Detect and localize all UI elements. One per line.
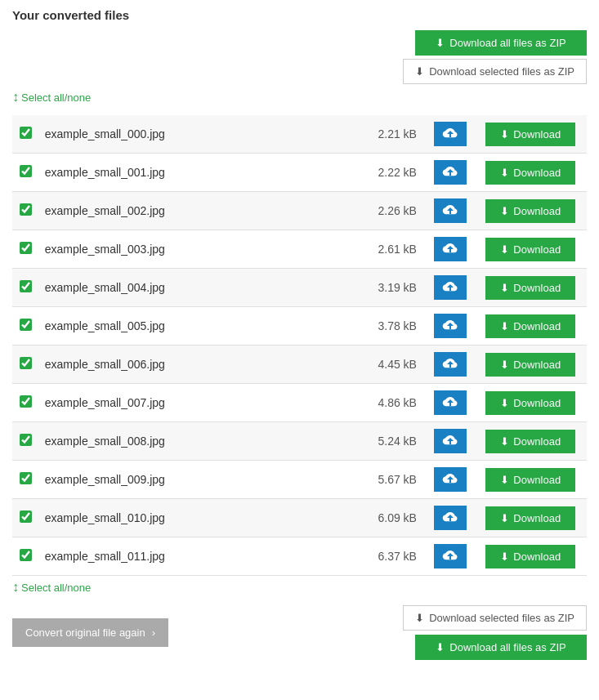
download-button[interactable]: ⬇Download bbox=[485, 161, 575, 185]
file-checkbox[interactable] bbox=[20, 319, 32, 331]
table-row: example_small_008.jpg5.24 kB ⬇Download bbox=[12, 422, 587, 461]
upload-button[interactable] bbox=[434, 352, 467, 377]
download-arrow-icon: ⬇ bbox=[500, 128, 509, 140]
table-row: example_small_004.jpg3.19 kB ⬇Download bbox=[12, 269, 587, 307]
file-name: example_small_005.jpg bbox=[40, 307, 353, 346]
file-size: 2.61 kB bbox=[353, 230, 427, 269]
file-size: 4.45 kB bbox=[353, 346, 427, 384]
download-arrow-icon: ⬇ bbox=[500, 474, 509, 486]
file-size: 3.78 kB bbox=[353, 307, 427, 346]
upload-button[interactable] bbox=[434, 506, 467, 530]
cloud-upload-icon bbox=[442, 358, 458, 371]
download-label: Download bbox=[513, 167, 561, 179]
table-row: example_small_006.jpg4.45 kB ⬇Download bbox=[12, 346, 587, 384]
download-selected-zip-bottom-button[interactable]: ⬇ Download selected files as ZIP bbox=[403, 605, 587, 631]
file-name: example_small_006.jpg bbox=[40, 346, 353, 384]
file-checkbox[interactable] bbox=[20, 395, 32, 408]
download-label: Download bbox=[513, 243, 561, 256]
upload-button[interactable] bbox=[434, 275, 467, 300]
file-checkbox[interactable] bbox=[20, 127, 32, 139]
download-button[interactable]: ⬇Download bbox=[485, 276, 575, 300]
select-all-top-label: Select all/none bbox=[21, 91, 91, 104]
download-label: Download bbox=[513, 512, 561, 524]
upload-button[interactable] bbox=[434, 160, 467, 185]
download-all-zip-top-button[interactable]: ⬇ Download all files as ZIP bbox=[415, 30, 587, 56]
file-name: example_small_009.jpg bbox=[40, 461, 353, 499]
file-checkbox[interactable] bbox=[20, 549, 32, 561]
bottom-right-actions: ⬇ Download selected files as ZIP ⬇ Downl… bbox=[403, 605, 587, 660]
download-all-zip-bottom-label: Download all files as ZIP bbox=[449, 641, 565, 653]
download-button[interactable]: ⬇Download bbox=[485, 468, 575, 492]
table-row: example_small_011.jpg6.37 kB ⬇Download bbox=[12, 537, 587, 576]
download-label: Download bbox=[513, 205, 561, 217]
download-label: Download bbox=[513, 397, 561, 409]
file-checkbox[interactable] bbox=[20, 434, 32, 446]
select-all-bottom-label: Select all/none bbox=[21, 582, 91, 594]
download-label: Download bbox=[513, 474, 561, 486]
file-checkbox[interactable] bbox=[20, 203, 32, 216]
bottom-actions: Convert original file again › ⬇ Download… bbox=[12, 605, 587, 660]
download-icon-selected-top: ⬇ bbox=[415, 65, 424, 78]
cloud-upload-icon bbox=[442, 204, 458, 217]
file-checkbox[interactable] bbox=[20, 165, 32, 177]
download-all-zip-bottom-button[interactable]: ⬇ Download all files as ZIP bbox=[415, 635, 587, 660]
select-all-top-link[interactable]: ↕ Select all/none bbox=[12, 91, 91, 104]
upload-button[interactable] bbox=[434, 390, 467, 415]
download-label: Download bbox=[513, 282, 561, 294]
file-name: example_small_002.jpg bbox=[40, 192, 353, 230]
cloud-upload-icon bbox=[442, 166, 458, 179]
upload-button[interactable] bbox=[434, 314, 467, 338]
convert-again-label: Convert original file again bbox=[25, 626, 145, 639]
convert-again-button[interactable]: Convert original file again › bbox=[12, 618, 168, 647]
upload-button[interactable] bbox=[434, 237, 467, 261]
upload-button[interactable] bbox=[434, 429, 467, 453]
download-button[interactable]: ⬇Download bbox=[485, 430, 575, 453]
file-checkbox[interactable] bbox=[20, 242, 32, 254]
table-row: example_small_002.jpg2.26 kB ⬇Download bbox=[12, 192, 587, 230]
file-checkbox[interactable] bbox=[20, 280, 32, 292]
upload-button[interactable] bbox=[434, 122, 467, 146]
chevron-right-icon: › bbox=[152, 626, 155, 639]
download-arrow-icon: ⬇ bbox=[500, 397, 509, 409]
download-arrow-icon: ⬇ bbox=[500, 551, 509, 563]
file-name: example_small_003.jpg bbox=[40, 230, 353, 269]
download-icon-bottom: ⬇ bbox=[436, 641, 445, 653]
file-size: 3.19 kB bbox=[353, 269, 427, 307]
download-arrow-icon: ⬇ bbox=[500, 320, 509, 332]
file-checkbox[interactable] bbox=[20, 472, 32, 484]
file-size: 6.37 kB bbox=[353, 537, 427, 576]
download-arrow-icon: ⬇ bbox=[500, 205, 509, 217]
top-actions: ⬇ Download all files as ZIP ⬇ Download s… bbox=[12, 30, 587, 84]
cloud-upload-icon bbox=[442, 243, 458, 256]
upload-button[interactable] bbox=[434, 467, 467, 492]
download-arrow-icon: ⬇ bbox=[500, 435, 509, 448]
file-name: example_small_004.jpg bbox=[40, 269, 353, 307]
download-button[interactable]: ⬇Download bbox=[485, 545, 575, 568]
download-selected-zip-top-button[interactable]: ⬇ Download selected files as ZIP bbox=[403, 59, 587, 84]
download-button[interactable]: ⬇Download bbox=[485, 238, 575, 261]
download-icon-top: ⬇ bbox=[436, 37, 445, 49]
download-button[interactable]: ⬇Download bbox=[485, 506, 575, 530]
page-title: Your converted files bbox=[12, 8, 587, 22]
cloud-upload-icon bbox=[442, 511, 458, 524]
download-button[interactable]: ⬇Download bbox=[485, 123, 575, 146]
cloud-upload-icon bbox=[442, 550, 458, 563]
select-all-bottom-link[interactable]: ↕ Select all/none bbox=[12, 581, 91, 594]
download-button[interactable]: ⬇Download bbox=[485, 314, 575, 338]
file-name: example_small_010.jpg bbox=[40, 499, 353, 537]
file-checkbox[interactable] bbox=[20, 357, 32, 369]
select-all-bottom-container: ↕ Select all/none bbox=[12, 581, 587, 597]
cloud-upload-icon bbox=[442, 396, 458, 409]
upload-button[interactable] bbox=[434, 198, 467, 223]
upload-button[interactable] bbox=[434, 544, 467, 568]
download-label: Download bbox=[513, 551, 561, 563]
download-button[interactable]: ⬇Download bbox=[485, 391, 575, 415]
download-all-zip-top-label: Download all files as ZIP bbox=[449, 37, 565, 49]
file-checkbox[interactable] bbox=[20, 511, 32, 523]
files-table: example_small_000.jpg2.21 kB ⬇Downloadex… bbox=[12, 115, 587, 576]
download-button[interactable]: ⬇Download bbox=[485, 199, 575, 223]
download-button[interactable]: ⬇Download bbox=[485, 353, 575, 377]
download-arrow-icon: ⬇ bbox=[500, 243, 509, 256]
table-row: example_small_003.jpg2.61 kB ⬇Download bbox=[12, 230, 587, 269]
download-label: Download bbox=[513, 435, 561, 448]
